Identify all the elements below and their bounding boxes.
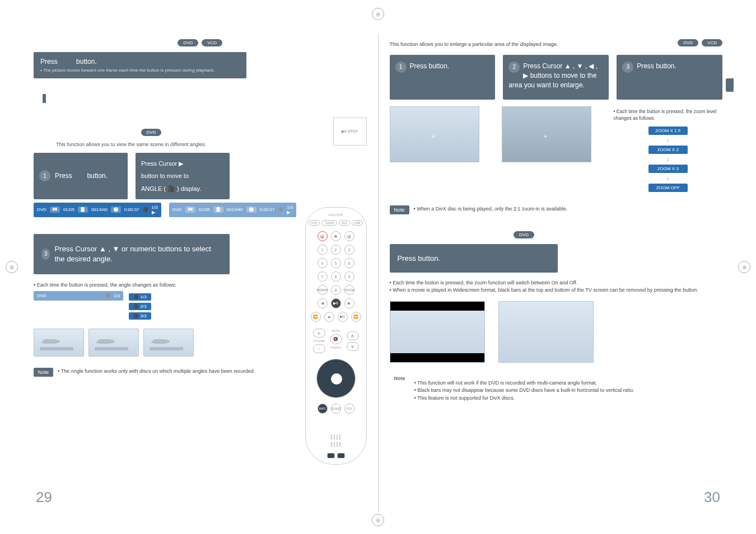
zoom-pic-2: ＋ <box>502 106 591 162</box>
step-title-suffix: button. <box>76 58 97 65</box>
zoom-step-3: 3 Press button. <box>617 55 722 100</box>
remote-func-tuner[interactable]: TUNER <box>321 220 337 226</box>
camera-icon-2: 🎥 <box>278 207 283 212</box>
dvd-badge: DVD <box>178 39 198 46</box>
remote-num-3[interactable]: 3 <box>344 245 354 255</box>
remote-num-5[interactable]: 5 <box>331 258 341 268</box>
remote-num-2[interactable]: 2 <box>331 245 341 255</box>
zoom-badges: DVD VCD <box>678 39 722 46</box>
angle-indicator-list: 🎥 1/3 🎥 2/3 🎥 3/3 <box>129 293 151 320</box>
angle-chip-1: 🎥 1/3 <box>129 293 151 301</box>
remote-tiny-5[interactable] <box>331 442 332 447</box>
arrow-down-icon: ↓ <box>666 137 669 143</box>
zoom-level-2: ZOOM X 2 <box>648 146 688 154</box>
osd-time-2: 0:00:37 <box>260 207 275 212</box>
remote-step-button[interactable]: ▶II <box>331 298 341 308</box>
remote-num-1[interactable]: 1 <box>318 245 328 255</box>
remote-stop-button[interactable]: ■ <box>324 312 334 322</box>
remote-sound-button[interactable]: SOUND <box>331 404 341 414</box>
remote-open-close-button[interactable]: ⏏ <box>331 231 341 241</box>
angle-chip-3: 🎥 3/3 <box>129 312 151 320</box>
remote-func-dvd[interactable]: DVD <box>309 220 320 226</box>
angle-step1-prefix: Press <box>55 172 72 180</box>
osd-chapter-2: 001/040 <box>227 207 243 212</box>
angle-val-2: 2/3 <box>141 304 147 309</box>
osd-clock-icon: 🕐 <box>111 207 121 213</box>
step-number-3: 3 <box>41 249 50 260</box>
remote-play-pause-button[interactable]: ▶II <box>338 312 348 322</box>
remote-tiny-2[interactable] <box>334 434 335 440</box>
remote-dpad[interactable] <box>316 359 356 398</box>
remote-num-4[interactable]: 4 <box>318 258 328 268</box>
osd-chapter-icon: 📑 <box>78 207 88 213</box>
page-number-left: 29 <box>36 489 52 506</box>
remote-ff-button[interactable]: ⏩ <box>351 312 361 322</box>
remote-tv-power-button[interactable]: ⏻ <box>344 231 354 241</box>
remote-tune-up[interactable]: ∧ <box>347 331 359 340</box>
remote-tiny-8[interactable] <box>339 442 340 447</box>
ezview-pic-full <box>498 301 594 363</box>
remote-func-aux[interactable]: AUX <box>339 220 350 226</box>
remote-zoom-button[interactable] <box>327 453 335 458</box>
ezview-bullets: • Each time the button is pressed, the z… <box>390 279 723 294</box>
remote-num-9[interactable]: 9 <box>344 271 354 282</box>
zoom-note-tag: Note <box>390 205 409 214</box>
remote-plii-button[interactable]: PLII <box>344 404 354 414</box>
ezview-note-box: Note • This function will not work if th… <box>390 374 723 402</box>
remote-info-button[interactable]: INFO <box>318 404 328 414</box>
page-left: DVD VCD Press button. • The picture move… <box>22 34 379 512</box>
remote-ezview-button[interactable] <box>337 453 345 458</box>
remote-rewind-button[interactable]: ⏪ <box>311 312 321 322</box>
angle-intro: This function allows you to view the sam… <box>56 142 367 147</box>
section-tab <box>43 94 46 103</box>
zoom-step2-text: Press Cursor ▲ , ▼ , ◀ , ▶ buttons to mo… <box>508 62 598 89</box>
remote-next-button[interactable]: ▶ <box>344 298 354 308</box>
remote-mute-button[interactable]: 🔇 <box>330 334 342 344</box>
remote-power-button[interactable]: ⏻ <box>318 231 328 241</box>
remote-prev-button[interactable]: ◀ <box>318 298 328 308</box>
remote-cancel-button[interactable]: CANCEL <box>344 285 354 295</box>
angle-step1-gap <box>74 172 85 180</box>
angle-step2-l2: button to move to <box>141 172 189 180</box>
crop-mark-right: ⊕ <box>738 261 750 273</box>
remote-num-7[interactable]: 7 <box>318 271 328 282</box>
note-tag: Note <box>34 368 53 377</box>
remote-step-label: ▶II STEP <box>342 129 358 134</box>
ezview-note-tag: Note <box>390 374 410 383</box>
zoom-num-1: 1 <box>395 62 407 73</box>
remote-vol-down[interactable]: － <box>313 344 325 353</box>
remote-vol-up[interactable]: ＋ <box>313 329 325 338</box>
remote-tiny-7[interactable] <box>337 442 338 447</box>
arrow-down-icon-2: ↓ <box>666 156 669 162</box>
angle-thumb-1 <box>34 329 84 357</box>
crop-mark-left: ⊕ <box>6 261 18 273</box>
zoom-level-off: ZOOM OFF <box>648 184 688 192</box>
zoom-step-1: 1 Press button. <box>390 55 496 100</box>
remote-num-0[interactable]: 0 <box>331 285 341 295</box>
remote-tiny-1[interactable] <box>331 434 332 440</box>
osd-clock-icon-2: 🕐 <box>246 207 256 213</box>
angle-thumb-2 <box>88 329 139 357</box>
remote-bottom-row <box>327 453 345 458</box>
remote-tune-down[interactable]: ∨ <box>347 342 359 351</box>
remote-tiny-3[interactable] <box>337 434 338 440</box>
osd-bar-2: DVD 📖 01/05 📑 001/040 🕐 0:00:37 🎥 1/3 ▶ <box>169 203 297 217</box>
step-sub: • The picture moves forward one frame ea… <box>40 68 240 73</box>
osd-angle: 1/3 ▶ <box>152 205 158 215</box>
angle-step2-l3: ANGLE ( 🎥 ) display. <box>141 185 201 193</box>
crop-mark-bottom: ⊕ <box>372 514 384 526</box>
remote-remain-button[interactable]: REMAIN <box>318 285 328 295</box>
step-press-button-box: Press button. • The picture moves forwar… <box>34 52 246 78</box>
remote-func-usb[interactable]: USB <box>352 220 363 226</box>
zoom-info-heading: • Each time the button is pressed, the z… <box>614 109 723 122</box>
step-title-prefix: Press <box>40 58 58 65</box>
angle-step2: Press Cursor ▶ button to move to ANGLE (… <box>136 153 230 199</box>
ez-note-2: • Black bars may not disappear because s… <box>414 387 634 395</box>
osd-title-icon-2: 📖 <box>185 207 195 213</box>
remote-tiny-4[interactable] <box>339 434 340 440</box>
remote-tiny-6[interactable] <box>334 442 335 447</box>
zoom-step3-text: Press button. <box>637 62 676 70</box>
remote-num-6[interactable]: 6 <box>344 258 354 268</box>
angle-step2-l1: Press Cursor ▶ <box>141 160 183 167</box>
remote-num-8[interactable]: 8 <box>331 271 341 282</box>
